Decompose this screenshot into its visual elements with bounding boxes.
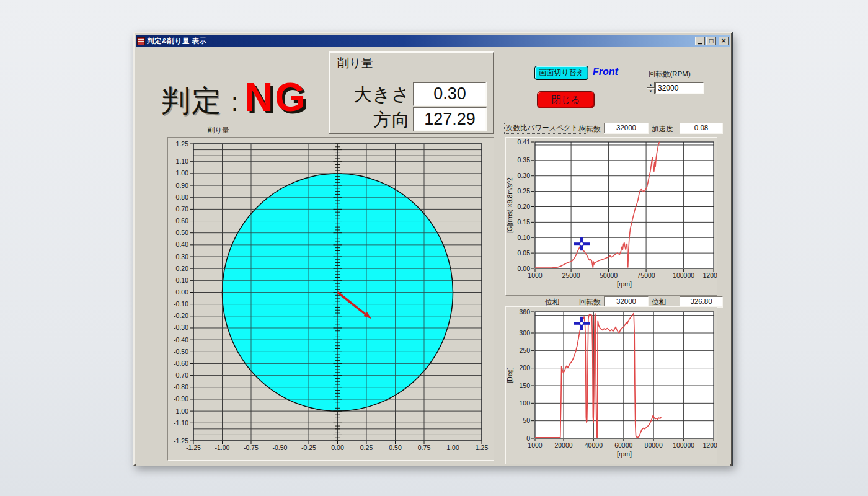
- rpm-spinner-label: 回転数(RPM): [649, 69, 691, 79]
- svg-text:0.10: 0.10: [176, 277, 189, 284]
- magnitude-label: 大きさ: [330, 82, 410, 107]
- svg-text:60000: 60000: [614, 441, 632, 449]
- svg-text:0.50: 0.50: [176, 229, 189, 236]
- svg-text:0.60: 0.60: [176, 217, 189, 224]
- svg-text:[rpm]: [rpm]: [617, 450, 632, 458]
- svg-text:150: 150: [519, 382, 530, 389]
- svg-text:120000: 120000: [702, 272, 717, 279]
- svg-text:40000: 40000: [585, 441, 603, 449]
- svg-text:[Deg]: [Deg]: [506, 367, 513, 383]
- svg-text:-0.10: -0.10: [174, 300, 188, 308]
- svg-text:-0.40: -0.40: [174, 336, 188, 343]
- window-title: 判定&削り量 表示: [147, 37, 693, 46]
- spin-up-icon: ▲: [649, 83, 653, 87]
- screen-switch-button[interactable]: 画面切り替え: [534, 66, 588, 80]
- svg-text:100000: 100000: [673, 441, 694, 449]
- front-link[interactable]: Front: [593, 66, 618, 78]
- cut-amount-panel: 削り量 大きさ 0.30 方向 127.29: [329, 51, 494, 134]
- svg-text:0.20: 0.20: [518, 203, 531, 210]
- svg-text:-0.30: -0.30: [174, 324, 188, 331]
- svg-text:0.20: 0.20: [176, 265, 189, 272]
- spectrum-accel-value: 0.08: [680, 123, 723, 133]
- svg-text:0.40: 0.40: [176, 241, 189, 248]
- svg-text:100: 100: [519, 399, 530, 407]
- svg-text:-1.25: -1.25: [174, 437, 188, 445]
- close-button[interactable]: 閉じる: [537, 91, 595, 108]
- svg-text:0.70: 0.70: [176, 205, 189, 213]
- svg-text:250: 250: [519, 347, 530, 354]
- phase-value-label: 位相: [652, 298, 666, 307]
- minimize-button[interactable]: ▁: [695, 37, 705, 45]
- spectrum-rpm-value: 32000: [604, 123, 649, 133]
- svg-text:1.00: 1.00: [176, 169, 189, 177]
- spin-up-button[interactable]: ▲: [647, 82, 655, 88]
- svg-text:1000: 1000: [528, 441, 542, 449]
- svg-text:-0.90: -0.90: [174, 395, 188, 402]
- svg-text:-0.80: -0.80: [174, 383, 188, 391]
- close-window-button[interactable]: ×: [719, 37, 728, 45]
- spectrum-rpm-label: 回転数: [579, 125, 601, 134]
- judgment-display: 判定 : NG: [161, 74, 308, 121]
- client-area: 判定 : NG 削り量 大きさ 0.30 方向 127.29 画面切り替え Fr…: [136, 47, 730, 466]
- magnitude-value: 0.30: [413, 82, 487, 106]
- spin-down-button[interactable]: ▼: [647, 88, 655, 94]
- svg-text:-0.50: -0.50: [273, 444, 288, 451]
- power-spectrum-panel: 10002500050000750001000001200000.000.050…: [505, 137, 717, 296]
- app-icon: [137, 37, 145, 45]
- spectrum-accel-label: 加速度: [652, 125, 673, 134]
- spin-down-icon: ▼: [649, 89, 653, 93]
- judgment-value: NG: [244, 74, 308, 120]
- direction-label: 方向: [330, 108, 410, 133]
- phase-panel: 1000200004000060000800001000001200000501…: [505, 306, 717, 464]
- title-bar[interactable]: 判定&削り量 表示 ▁ □ ×: [136, 35, 730, 47]
- desktop-background: 判定&削り量 表示 ▁ □ × 判定 : NG 削り量 大きさ 0.30 方向 …: [0, 0, 868, 496]
- svg-text:[G](rms) ×9.8m/s^2: [G](rms) ×9.8m/s^2: [506, 177, 513, 233]
- spectrum-title: 次数比パワースペクトル: [504, 123, 587, 134]
- svg-text:200: 200: [519, 364, 530, 371]
- svg-text:75000: 75000: [637, 272, 655, 279]
- phase-chart[interactable]: 1000200004000060000800001000001200000501…: [506, 307, 717, 464]
- svg-text:[rpm]: [rpm]: [617, 280, 632, 288]
- svg-text:120000: 120000: [702, 441, 717, 449]
- svg-text:300: 300: [519, 329, 530, 337]
- svg-text:-0.60: -0.60: [174, 360, 188, 367]
- svg-text:50000: 50000: [600, 272, 618, 279]
- svg-text:0.25: 0.25: [518, 187, 531, 195]
- svg-text:1.25: 1.25: [476, 444, 489, 451]
- svg-text:100000: 100000: [673, 272, 694, 279]
- judgment-label: 判定: [161, 81, 223, 121]
- svg-text:20000: 20000: [554, 441, 572, 449]
- svg-text:0: 0: [526, 435, 530, 442]
- svg-text:-0.00: -0.00: [174, 288, 188, 296]
- svg-text:-0.75: -0.75: [244, 444, 259, 451]
- svg-text:-1.10: -1.10: [174, 419, 188, 427]
- svg-text:1.10: 1.10: [176, 157, 189, 165]
- cut-amount-title: 削り量: [337, 55, 373, 71]
- svg-text:0.30: 0.30: [176, 253, 189, 260]
- svg-text:0.25: 0.25: [360, 444, 373, 451]
- svg-text:-0.25: -0.25: [301, 444, 316, 451]
- maximize-button[interactable]: □: [706, 37, 716, 45]
- power-spectrum-chart[interactable]: 10002500050000750001000001200000.000.050…: [506, 138, 717, 295]
- rpm-spinner-arrows: ▲ ▼: [647, 82, 655, 94]
- judgment-separator: :: [231, 89, 238, 117]
- cut-vector-panel: -1.25-1.00-0.75-0.50-0.250.000.250.500.7…: [167, 137, 494, 461]
- svg-text:25000: 25000: [562, 272, 580, 279]
- svg-text:360: 360: [519, 308, 530, 316]
- svg-text:0.90: 0.90: [176, 182, 189, 189]
- svg-text:1.25: 1.25: [176, 140, 189, 148]
- phase-rpm-label: 回転数: [579, 298, 601, 307]
- svg-text:0.50: 0.50: [389, 444, 402, 451]
- svg-text:1.00: 1.00: [446, 444, 459, 451]
- svg-text:-1.25: -1.25: [186, 444, 201, 451]
- svg-text:0.35: 0.35: [518, 156, 531, 164]
- svg-text:0.41: 0.41: [518, 138, 531, 146]
- svg-text:0.75: 0.75: [418, 444, 431, 451]
- svg-text:-0.50: -0.50: [174, 348, 188, 355]
- cut-vector-chart[interactable]: -1.25-1.00-0.75-0.50-0.250.000.250.500.7…: [168, 138, 494, 460]
- left-chart-title: 削り量: [208, 126, 229, 135]
- svg-text:0.00: 0.00: [518, 265, 531, 272]
- minimize-icon: ▁: [698, 38, 702, 44]
- svg-text:-0.70: -0.70: [174, 371, 188, 379]
- rpm-input[interactable]: [655, 82, 704, 94]
